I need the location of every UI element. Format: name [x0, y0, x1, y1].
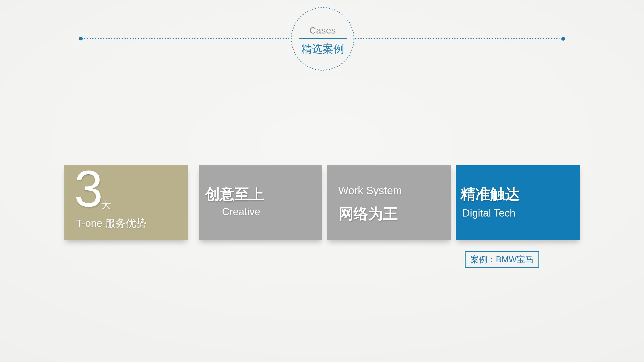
rule-endpoint-dot-left: [79, 37, 83, 40]
creative-title-zh: 创意至上: [205, 186, 264, 202]
advantages-number-suffix: 大: [101, 200, 111, 210]
work-system-eyebrow-en: Work System: [338, 184, 402, 197]
digital-tech-title-zh: 精准触达: [461, 186, 520, 202]
advantages-number: 3: [74, 163, 103, 215]
case-tag: 案例：BMW宝马: [465, 251, 539, 268]
section-title-en: Cases: [291, 26, 355, 35]
creative-subtitle-en: Creative: [222, 206, 260, 218]
dotted-rule-right: [355, 38, 560, 39]
card-digital-tech: 精准触达 Digital Tech: [456, 165, 580, 240]
card-advantages: 3 大 T-one 服务优势: [64, 165, 188, 240]
case-tag-label: 案例：BMW宝马: [470, 254, 534, 265]
card-creative: 创意至上 Creative: [199, 165, 322, 240]
section-title-circle: Cases 精选案例: [291, 7, 355, 71]
rule-endpoint-dot-right: [561, 37, 565, 41]
dotted-rule-left: [84, 38, 290, 39]
card-work-system: Work System 网络为王: [327, 165, 451, 240]
work-system-title-zh: 网络为王: [339, 206, 398, 222]
title-divider-line: [299, 38, 347, 39]
digital-tech-subtitle-en: Digital Tech: [462, 207, 516, 219]
section-title-zh: 精选案例: [291, 43, 355, 54]
advantages-caption: T-one 服务优势: [76, 217, 146, 230]
